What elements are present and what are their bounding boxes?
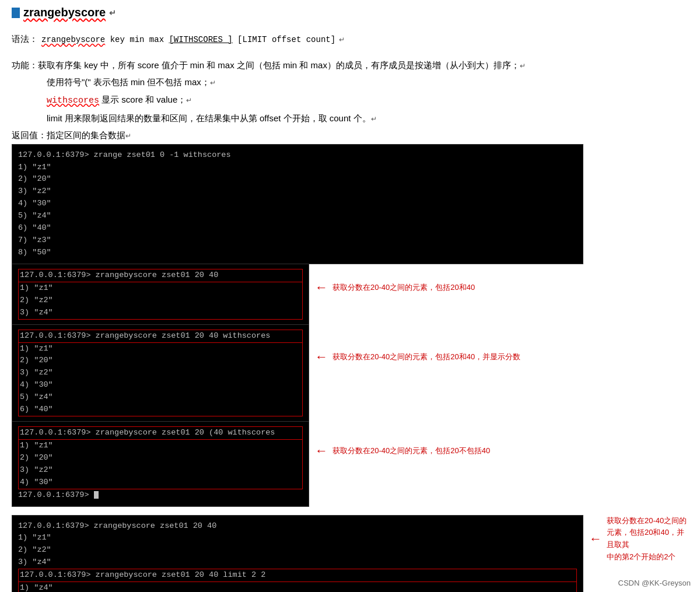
sub2-line: withscores 显示 score 和 value；↵ xyxy=(47,91,688,110)
terminal3-out5: 5) "z4" xyxy=(18,391,303,404)
syntax-rest: key min max xyxy=(110,35,169,44)
returnval-label: 返回值： xyxy=(12,130,47,140)
feature-label: 功能： xyxy=(12,60,38,70)
sub3-arrow: ↵ xyxy=(371,115,377,123)
arrow-left-icon3: ← xyxy=(315,443,328,458)
syntax-withscores: [WITHSCORES ] xyxy=(169,35,232,44)
terminal3-wrapper: 127.0.0.1:6379> zrangebyscore zset01 20 … xyxy=(12,325,688,422)
terminal1-line1: 1) "z1" xyxy=(18,162,577,174)
terminal3-out3: 3) "z2" xyxy=(18,367,303,379)
terminal4-annotation-text: 获取分数在20-40之间的元素，包括20不包括40 xyxy=(332,446,490,456)
terminal2-out2: 2) "z2" xyxy=(18,295,303,307)
sub3-text: limit 用来限制返回结果的数量和区间，在结果集中从第 offset 个开始，… xyxy=(47,113,371,123)
terminal3-out4: 4) "30" xyxy=(18,379,303,391)
terminal3-out1: 1) "z1" xyxy=(18,343,303,355)
syntax-label: 语法： xyxy=(12,31,38,48)
terminal4: 127.0.0.1:6379> zrangebyscore zset01 20 … xyxy=(12,422,309,507)
terminal5-out4: 1) "z4" xyxy=(18,582,577,592)
terminal5-out1: 1) "z1" xyxy=(18,532,577,544)
terminal1-line4: 4) "30" xyxy=(18,198,577,210)
feature-text: 获取有序集 key 中，所有 score 值介于 min 和 max 之间（包括… xyxy=(38,60,520,70)
terminal3-prompt: 127.0.0.1:6379> zrangebyscore zset01 20 … xyxy=(18,330,303,343)
terminal5: 127.0.0.1:6379> zrangebyscore zset01 20 … xyxy=(12,515,583,592)
footer-credit: CSDN @KK-Greyson xyxy=(618,579,691,587)
terminal4-out3: 3) "z2" xyxy=(18,464,303,477)
feature-arrow: ↵ xyxy=(520,62,526,70)
terminal4-out1: 1) "z1" xyxy=(18,440,303,452)
title-text: zrangebyscore xyxy=(23,6,106,19)
syntax-code-main: zrangebyscore xyxy=(41,35,105,44)
terminal4-prompt-end: 127.0.0.1:6379> xyxy=(18,489,303,502)
terminal1-wrapper: 127.0.0.1:6379> zrange zset01 0 -1 withs… xyxy=(12,144,688,264)
title-arrow: ↵ xyxy=(109,8,116,17)
sub1-line: 使用符号"(" 表示包括 min 但不包括 max；↵ xyxy=(47,73,688,91)
terminal1-line7: 7) "z3" xyxy=(18,234,577,247)
terminal2-out3: 3) "z4" xyxy=(18,307,303,320)
terminal4-out2: 2) "20" xyxy=(18,452,303,464)
arrow-left-icon2: ← xyxy=(315,349,328,365)
terminal5-annot-line1: 获取分数在20-40之间的元素，包括20和40，并且取其 xyxy=(607,516,687,549)
terminal5-wrapper: 127.0.0.1:6379> zrangebyscore zset01 20 … xyxy=(12,515,688,592)
syntax-line: 语法： zrangebyscore key min max [WITHSCORE… xyxy=(12,31,688,48)
terminal2-annotation: ← 获取分数在20-40之间的元素，包括20和40 xyxy=(309,264,688,311)
terminal4-wrapper: 127.0.0.1:6379> zrangebyscore zset01 20 … xyxy=(12,422,688,507)
sub-desc-section: 使用符号"(" 表示包括 min 但不包括 max；↵ withscores 显… xyxy=(12,73,688,127)
terminal2-prompt: 127.0.0.1:6379> zrangebyscore zset01 20 … xyxy=(18,269,303,282)
sub2-text: 显示 score 和 value； xyxy=(99,94,186,104)
terminal5-annotation: ← 获取分数在20-40之间的元素，包括20和40，并且取其中的第2个开始的2个 xyxy=(583,515,688,563)
terminal5-annot-line2: 中的第2个开始的2个 xyxy=(607,552,676,561)
terminal5-prompt2: 127.0.0.1:6379> zrangebyscore zset01 20 … xyxy=(18,569,577,582)
terminal1-line2: 2) "20" xyxy=(18,173,577,185)
syntax-limit: [LIMIT offset count] xyxy=(233,35,335,44)
cursor-icon xyxy=(94,491,99,499)
sub1-text: 使用符号"(" 表示包括 min 但不包括 max； xyxy=(47,77,210,87)
syntax-section: 语法： zrangebyscore key min max [WITHSCORE… xyxy=(12,31,688,48)
terminal1: 127.0.0.1:6379> zrange zset01 0 -1 withs… xyxy=(12,144,583,264)
terminal4-prompt: 127.0.0.1:6379> zrangebyscore zset01 20 … xyxy=(18,426,303,440)
terminal1-line5: 5) "z4" xyxy=(18,210,577,222)
returnval-arrow: ↵ xyxy=(125,132,131,140)
terminal1-line3: 3) "z2" xyxy=(18,185,577,198)
syntax-arrow: ↵ xyxy=(339,33,345,47)
terminal2-annotation-text: 获取分数在20-40之间的元素，包括20和40 xyxy=(332,282,475,293)
terminal5-annotation-text: 获取分数在20-40之间的元素，包括20和40，并且取其中的第2个开始的2个 xyxy=(607,515,688,563)
title-icon xyxy=(12,8,20,18)
terminal1-line0: 127.0.0.1:6379> zrange zset01 0 -1 withs… xyxy=(18,149,577,162)
sub2-arrow: ↵ xyxy=(186,96,192,104)
terminal2-out1: 1) "z1" xyxy=(18,282,303,295)
terminal5-prompt1: 127.0.0.1:6379> zrangebyscore zset01 20 … xyxy=(18,520,577,533)
terminal3-out2: 2) "20" xyxy=(18,355,303,367)
terminal4-out4: 4) "30" xyxy=(18,477,303,489)
terminal3: 127.0.0.1:6379> zrangebyscore zset01 20 … xyxy=(12,325,309,422)
arrow-left-icon4: ← xyxy=(589,531,602,547)
terminal1-line8: 8) "50" xyxy=(18,247,577,259)
terminal5-out3: 3) "z4" xyxy=(18,556,577,569)
sub3-line: limit 用来限制返回结果的数量和区间，在结果集中从第 offset 个开始，… xyxy=(47,110,688,127)
terminal5-out2: 2) "z2" xyxy=(18,544,577,556)
terminal4-annotation: ← 获取分数在20-40之间的元素，包括20不包括40 xyxy=(309,422,688,480)
syntax-code: zrangebyscore key min max [WITHSCORES ] … xyxy=(41,32,335,48)
sub1-arrow: ↵ xyxy=(210,79,216,87)
arrow-left-icon: ← xyxy=(315,280,328,295)
terminal3-annotation-text: 获取分数在20-40之间的元素，包括20和40，并显示分数 xyxy=(332,352,520,362)
terminal1-line6: 6) "40" xyxy=(18,222,577,234)
page-title: zrangebyscore ↵ xyxy=(12,6,688,19)
terminal2: 127.0.0.1:6379> zrangebyscore zset01 20 … xyxy=(12,264,309,325)
terminal2-wrapper: 127.0.0.1:6379> zrangebyscore zset01 20 … xyxy=(12,264,688,325)
returnval-text: 指定区间的集合数据 xyxy=(47,130,125,140)
footer-text: CSDN @KK-Greyson xyxy=(618,579,691,587)
terminal3-annotation: ← 获取分数在20-40之间的元素，包括20和40，并显示分数 xyxy=(309,325,688,389)
returnval-section: 返回值：指定区间的集合数据↵ xyxy=(12,127,688,144)
terminal3-out6: 6) "40" xyxy=(18,404,303,416)
withscores-code: withscores xyxy=(47,96,99,106)
feature-section: 功能：获取有序集 key 中，所有 score 值介于 min 和 max 之间… xyxy=(12,57,688,74)
